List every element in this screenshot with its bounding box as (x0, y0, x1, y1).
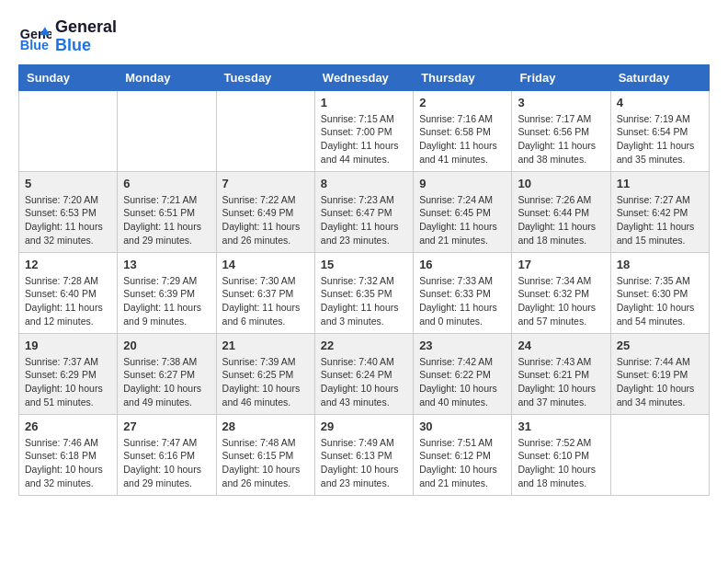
calendar-cell: 2Sunrise: 7:16 AM Sunset: 6:58 PM Daylig… (414, 90, 512, 171)
day-info: Sunrise: 7:29 AM Sunset: 6:39 PM Dayligh… (123, 274, 210, 328)
calendar-cell: 31Sunrise: 7:52 AM Sunset: 6:10 PM Dayli… (512, 414, 610, 495)
day-number: 14 (222, 258, 309, 271)
calendar-cell: 17Sunrise: 7:34 AM Sunset: 6:32 PM Dayli… (512, 252, 610, 333)
day-info: Sunrise: 7:39 AM Sunset: 6:25 PM Dayligh… (222, 355, 309, 409)
day-number: 22 (321, 339, 407, 352)
day-number: 29 (321, 419, 407, 433)
day-number: 2 (419, 96, 506, 109)
day-number: 31 (518, 419, 604, 433)
calendar-cell: 19Sunrise: 7:37 AM Sunset: 6:29 PM Dayli… (19, 333, 118, 414)
day-of-week-header: Wednesday (314, 64, 413, 90)
calendar-cell: 1Sunrise: 7:15 AM Sunset: 7:00 PM Daylig… (314, 90, 413, 171)
day-info: Sunrise: 7:38 AM Sunset: 6:27 PM Dayligh… (123, 355, 210, 409)
calendar-cell: 5Sunrise: 7:20 AM Sunset: 6:53 PM Daylig… (19, 171, 118, 252)
day-number: 24 (518, 339, 604, 352)
day-info: Sunrise: 7:22 AM Sunset: 6:49 PM Dayligh… (222, 193, 309, 247)
day-info: Sunrise: 7:37 AM Sunset: 6:29 PM Dayligh… (25, 355, 111, 409)
day-info: Sunrise: 7:34 AM Sunset: 6:32 PM Dayligh… (518, 274, 604, 328)
day-number: 6 (123, 177, 210, 190)
day-info: Sunrise: 7:48 AM Sunset: 6:15 PM Dayligh… (222, 436, 309, 490)
calendar-cell: 3Sunrise: 7:17 AM Sunset: 6:56 PM Daylig… (512, 90, 610, 171)
day-info: Sunrise: 7:52 AM Sunset: 6:10 PM Dayligh… (518, 436, 604, 490)
day-number: 28 (222, 419, 309, 433)
day-number: 16 (419, 258, 506, 271)
day-of-week-header: Friday (512, 64, 610, 90)
day-info: Sunrise: 7:44 AM Sunset: 6:19 PM Dayligh… (617, 355, 703, 409)
day-number: 23 (419, 339, 506, 352)
day-number: 7 (222, 177, 309, 190)
day-info: Sunrise: 7:40 AM Sunset: 6:24 PM Dayligh… (321, 355, 407, 409)
day-number: 26 (25, 419, 111, 433)
calendar-cell: 6Sunrise: 7:21 AM Sunset: 6:51 PM Daylig… (118, 171, 216, 252)
day-info: Sunrise: 7:15 AM Sunset: 7:00 PM Dayligh… (321, 112, 407, 167)
calendar-cell (118, 90, 216, 171)
calendar-cell: 9Sunrise: 7:24 AM Sunset: 6:45 PM Daylig… (414, 171, 512, 252)
calendar-cell: 22Sunrise: 7:40 AM Sunset: 6:24 PM Dayli… (314, 333, 413, 414)
day-number: 4 (617, 96, 703, 109)
day-of-week-header: Saturday (610, 64, 709, 90)
day-info: Sunrise: 7:24 AM Sunset: 6:45 PM Dayligh… (419, 193, 506, 247)
day-info: Sunrise: 7:30 AM Sunset: 6:37 PM Dayligh… (222, 274, 309, 328)
calendar-cell: 7Sunrise: 7:22 AM Sunset: 6:49 PM Daylig… (216, 171, 314, 252)
day-number: 1 (321, 96, 407, 109)
day-info: Sunrise: 7:51 AM Sunset: 6:12 PM Dayligh… (419, 436, 506, 490)
day-number: 11 (617, 177, 703, 190)
calendar-cell: 24Sunrise: 7:43 AM Sunset: 6:21 PM Dayli… (512, 333, 610, 414)
day-number: 3 (518, 96, 604, 109)
calendar-cell: 12Sunrise: 7:28 AM Sunset: 6:40 PM Dayli… (19, 252, 118, 333)
day-info: Sunrise: 7:26 AM Sunset: 6:44 PM Dayligh… (518, 193, 604, 247)
day-info: Sunrise: 7:27 AM Sunset: 6:42 PM Dayligh… (617, 193, 703, 247)
day-info: Sunrise: 7:19 AM Sunset: 6:54 PM Dayligh… (617, 112, 703, 167)
day-info: Sunrise: 7:23 AM Sunset: 6:47 PM Dayligh… (321, 193, 407, 247)
day-number: 19 (25, 339, 111, 352)
calendar-week-row: 1Sunrise: 7:15 AM Sunset: 7:00 PM Daylig… (19, 90, 710, 171)
calendar-cell: 28Sunrise: 7:48 AM Sunset: 6:15 PM Dayli… (216, 414, 314, 495)
calendar-cell: 26Sunrise: 7:46 AM Sunset: 6:18 PM Dayli… (19, 414, 118, 495)
day-info: Sunrise: 7:20 AM Sunset: 6:53 PM Dayligh… (25, 193, 111, 247)
day-number: 13 (123, 258, 210, 271)
day-info: Sunrise: 7:47 AM Sunset: 6:16 PM Dayligh… (123, 436, 210, 490)
calendar-cell (216, 90, 314, 171)
calendar-cell: 8Sunrise: 7:23 AM Sunset: 6:47 PM Daylig… (314, 171, 413, 252)
calendar-cell: 30Sunrise: 7:51 AM Sunset: 6:12 PM Dayli… (414, 414, 512, 495)
calendar-cell: 23Sunrise: 7:42 AM Sunset: 6:22 PM Dayli… (414, 333, 512, 414)
page-header: General Blue General Blue (18, 18, 710, 55)
day-info: Sunrise: 7:33 AM Sunset: 6:33 PM Dayligh… (419, 274, 506, 328)
day-info: Sunrise: 7:16 AM Sunset: 6:58 PM Dayligh… (419, 112, 506, 167)
calendar-cell: 15Sunrise: 7:32 AM Sunset: 6:35 PM Dayli… (314, 252, 413, 333)
day-info: Sunrise: 7:28 AM Sunset: 6:40 PM Dayligh… (25, 274, 111, 328)
day-of-week-header: Monday (118, 64, 216, 90)
day-number: 27 (123, 419, 210, 433)
calendar-cell: 11Sunrise: 7:27 AM Sunset: 6:42 PM Dayli… (610, 171, 709, 252)
day-info: Sunrise: 7:43 AM Sunset: 6:21 PM Dayligh… (518, 355, 604, 409)
day-number: 9 (419, 177, 506, 190)
day-number: 18 (617, 258, 703, 271)
day-info: Sunrise: 7:42 AM Sunset: 6:22 PM Dayligh… (419, 355, 506, 409)
day-info: Sunrise: 7:32 AM Sunset: 6:35 PM Dayligh… (321, 274, 407, 328)
logo-text-blue: Blue (55, 37, 117, 55)
day-info: Sunrise: 7:35 AM Sunset: 6:30 PM Dayligh… (617, 274, 703, 328)
day-number: 25 (617, 339, 703, 352)
logo-text-general: General (55, 18, 117, 37)
calendar-cell: 13Sunrise: 7:29 AM Sunset: 6:39 PM Dayli… (118, 252, 216, 333)
day-of-week-header: Sunday (19, 64, 118, 90)
day-number: 30 (419, 419, 506, 433)
logo-icon: General Blue (18, 20, 51, 53)
day-number: 21 (222, 339, 309, 352)
day-number: 17 (518, 258, 604, 271)
day-info: Sunrise: 7:21 AM Sunset: 6:51 PM Dayligh… (123, 193, 210, 247)
calendar-cell: 14Sunrise: 7:30 AM Sunset: 6:37 PM Dayli… (216, 252, 314, 333)
calendar-cell: 4Sunrise: 7:19 AM Sunset: 6:54 PM Daylig… (610, 90, 709, 171)
day-info: Sunrise: 7:17 AM Sunset: 6:56 PM Dayligh… (518, 112, 604, 167)
day-info: Sunrise: 7:49 AM Sunset: 6:13 PM Dayligh… (321, 436, 407, 490)
day-number: 15 (321, 258, 407, 271)
calendar-week-row: 12Sunrise: 7:28 AM Sunset: 6:40 PM Dayli… (19, 252, 710, 333)
calendar-cell: 29Sunrise: 7:49 AM Sunset: 6:13 PM Dayli… (314, 414, 413, 495)
calendar-cell: 18Sunrise: 7:35 AM Sunset: 6:30 PM Dayli… (610, 252, 709, 333)
calendar-cell (610, 414, 709, 495)
day-of-week-header: Tuesday (216, 64, 314, 90)
day-number: 12 (25, 258, 111, 271)
day-number: 10 (518, 177, 604, 190)
calendar-cell: 16Sunrise: 7:33 AM Sunset: 6:33 PM Dayli… (414, 252, 512, 333)
calendar-week-row: 5Sunrise: 7:20 AM Sunset: 6:53 PM Daylig… (19, 171, 710, 252)
